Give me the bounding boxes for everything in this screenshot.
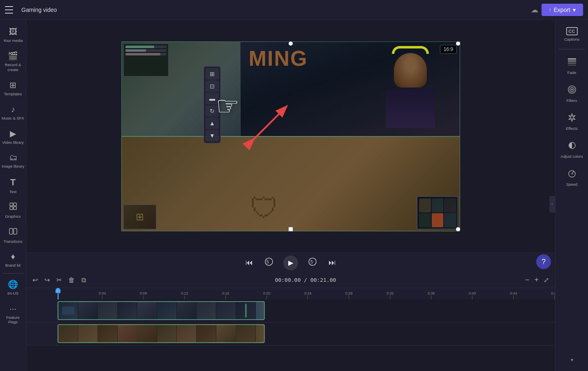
- timeline-body: 00:040:080:120:160:200:240:280:320:360:4…: [26, 288, 555, 371]
- skip-to-end-button[interactable]: ⏭: [327, 257, 338, 269]
- ruler-mark-5: 0:20: [263, 290, 271, 300]
- duplicate-button[interactable]: ⧉: [80, 275, 87, 285]
- mini-game-ui: [123, 44, 169, 76]
- track-1-content[interactable]: [58, 300, 555, 322]
- captions-icon: CC: [566, 27, 578, 35]
- zoom-in-button[interactable]: +: [533, 274, 540, 286]
- right-panel-effects[interactable]: Effects: [556, 108, 588, 135]
- ruler-mark-6: 0:24: [304, 290, 312, 300]
- playhead[interactable]: [58, 288, 58, 300]
- resize-handle-bottom[interactable]: [289, 227, 293, 231]
- track-1-label: [26, 300, 58, 322]
- cut-button[interactable]: ✂: [55, 275, 63, 285]
- right-panel-filters[interactable]: Filters: [556, 81, 588, 107]
- fast-forward-button[interactable]: 5: [306, 256, 319, 270]
- right-panel-speed[interactable]: Speed: [556, 164, 588, 191]
- playback-controls: ⏮ 5 ▶ 5 ⏭ ⛶: [26, 253, 555, 272]
- sidebar-item-record[interactable]: 🎬 Record &create: [0, 47, 26, 76]
- ruler-mark-10: 0:40: [469, 290, 476, 300]
- record-icon: 🎬: [8, 51, 18, 61]
- sidebar-item-label: Record &create: [5, 62, 21, 72]
- sidebar-item-en-us[interactable]: 🌐 en-US: [0, 275, 26, 300]
- cloud-save-icon: ☁: [531, 5, 538, 14]
- help-button[interactable]: ?: [536, 254, 551, 269]
- resize-handle-bottom-right[interactable]: [456, 227, 460, 231]
- sidebar-item-label: Feature Flags: [2, 315, 24, 325]
- svg-rect-5: [14, 228, 17, 234]
- resize-handle-top-right[interactable]: [456, 41, 460, 46]
- svg-rect-15: [568, 62, 576, 64]
- track-2-label: [26, 323, 58, 345]
- sidebar-item-video-library[interactable]: ▶ Video library: [0, 124, 26, 149]
- video-frame-bottom: 🛡 ⊞: [121, 136, 460, 231]
- rewind-button[interactable]: 5: [263, 256, 275, 270]
- sticker-button[interactable]: ▼: [206, 130, 219, 141]
- mini-map: [417, 196, 458, 229]
- export-button[interactable]: ↑ Export ▾: [542, 4, 583, 16]
- ruler-marks: 00:040:080:120:160:200:240:280:320:360:4…: [26, 288, 555, 300]
- chevron-down-icon[interactable]: ▾: [571, 357, 573, 363]
- delete-button[interactable]: 🗑: [67, 275, 76, 285]
- sidebar-item-image-library[interactable]: 🗂 Image library: [0, 149, 26, 173]
- sidebar-item-transitions[interactable]: Transitions: [0, 223, 26, 248]
- rotate-button[interactable]: ↻: [206, 105, 219, 117]
- effects-icon: [567, 113, 577, 124]
- layout-button[interactable]: ⊞: [206, 68, 219, 80]
- right-panel-collapse-button[interactable]: ‹: [549, 196, 555, 212]
- filters-label: Filters: [567, 98, 577, 103]
- ruler-mark-12: 0:48: [551, 290, 555, 300]
- sidebar-item-label: Brand kit: [5, 263, 21, 267]
- aspect-ratio-badge[interactable]: 16:9: [440, 45, 457, 54]
- video-clip-1[interactable]: [58, 301, 265, 320]
- crop-button[interactable]: ⊡: [206, 81, 219, 92]
- gradient-overlay-br: [122, 137, 460, 231]
- music-icon: ♪: [11, 105, 15, 114]
- adjust-colors-icon: [567, 141, 577, 152]
- sidebar-item-templates[interactable]: ⊞ Templates: [0, 76, 26, 100]
- zoom-out-button[interactable]: −: [524, 274, 531, 286]
- skip-to-start-button[interactable]: ⏮: [244, 257, 255, 269]
- resize-handle-top[interactable]: [289, 41, 293, 46]
- video-library-icon: ▶: [10, 129, 16, 138]
- ruler-mark-1: 0:04: [99, 290, 106, 300]
- video-preview[interactable]: 16:9 MING: [26, 20, 555, 253]
- sidebar-item-label: Music & SFX: [2, 116, 24, 120]
- fastforward-icon: 5: [308, 257, 317, 266]
- sidebar-item-your-media[interactable]: 🖼 Your media: [0, 23, 26, 47]
- sidebar-item-label: Graphics: [5, 214, 21, 219]
- right-panel-captions[interactable]: CC Captions: [556, 23, 588, 46]
- transitions-icon: [9, 227, 17, 237]
- filters-icon: [567, 85, 577, 97]
- sidebar-item-graphics[interactable]: Graphics: [0, 198, 26, 223]
- adjust-colors-label: Adjust colors: [560, 154, 583, 159]
- undo-button[interactable]: ↩: [31, 275, 39, 285]
- hamburger-menu-button[interactable]: [5, 5, 15, 15]
- sidebar-item-label: Your media: [3, 38, 23, 43]
- right-panel-adjust-colors[interactable]: Adjust colors: [556, 136, 588, 163]
- timeline-ruler: 00:040:080:120:160:200:240:280:320:360:4…: [26, 288, 555, 300]
- svg-rect-4: [9, 228, 13, 234]
- your-media-icon: 🖼: [9, 27, 17, 37]
- track-2-content[interactable]: [58, 323, 555, 345]
- sidebar-item-music-sfx[interactable]: ♪ Music & SFX: [0, 101, 26, 124]
- fade-icon: [567, 57, 577, 69]
- text-overlay-button[interactable]: ▲: [206, 118, 219, 129]
- ruler-mark-3: 0:12: [181, 290, 188, 300]
- timeline-area: ↩ ↪ ✂ 🗑 ⧉ 00:00.00 / 00:21.00 − + ⤢: [26, 272, 555, 371]
- video-clip-2[interactable]: [58, 324, 265, 343]
- ruler-mark-4: 0:16: [222, 290, 229, 300]
- svg-rect-1: [14, 203, 16, 206]
- rewind-icon: 5: [264, 257, 273, 266]
- sidebar-item-label: Image library: [2, 164, 24, 168]
- fit-timeline-button[interactable]: ⤢: [542, 274, 550, 286]
- sidebar-item-brand-kit[interactable]: ♦ Brand kit: [0, 248, 26, 272]
- caption-button[interactable]: ▬: [206, 93, 219, 104]
- timeline-tracks: [26, 300, 555, 371]
- sidebar-item-feature-flags[interactable]: ··· Feature Flags: [0, 300, 26, 329]
- right-panel-fade[interactable]: Fade: [556, 53, 588, 79]
- play-pause-button[interactable]: ▶: [283, 256, 298, 270]
- redo-button[interactable]: ↪: [43, 275, 51, 285]
- svg-rect-3: [14, 207, 16, 210]
- sidebar-item-text[interactable]: T Text: [0, 173, 26, 198]
- playhead-head: [56, 288, 60, 293]
